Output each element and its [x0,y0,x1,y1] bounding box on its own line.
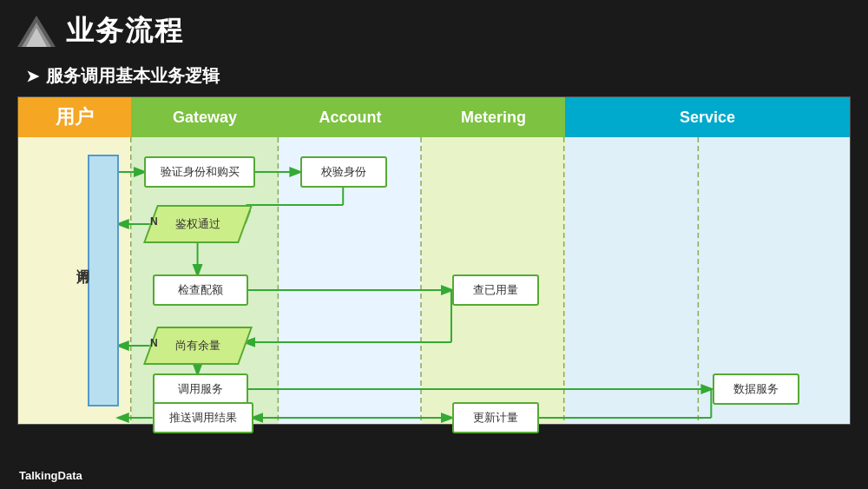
flow-area: 调用 验证身份和购买 校验身份 鉴权通过 N 检查配额 查已用量 尚有余量 N … [18,137,850,424]
invoke-label: 调用 [75,259,91,262]
box-check-quota: 检查配额 [153,274,248,306]
col-header-service: Service [565,97,850,137]
header: 业务流程 [0,0,868,59]
arrow-icon: ➤ [26,67,39,86]
box-push-result: 推送调用结果 [153,402,253,433]
box-data-service: 数据服务 [713,373,799,405]
col-header-gateway: Gateway [131,97,279,137]
subtitle-row: ➤ 服务调用基本业务逻辑 [0,59,868,96]
n-label-1: N [150,215,158,228]
col-header-account: Account [279,97,422,137]
col-header-user: 用户 [18,97,131,137]
box-call-service: 调用服务 [153,373,248,405]
logo-icon [17,16,56,47]
subtitle-text: 服务调用基本业务逻辑 [46,64,220,88]
diagram-container: 用户 Gateway Account Metering Service 调用 验… [17,96,851,425]
box-check-usage: 查已用量 [452,274,539,306]
diamond-quota-ok: 尚有余量 [143,327,253,365]
caller-bar [88,155,119,406]
diamond-quota-label: 尚有余量 [175,338,220,354]
diamond-auth-label: 鉴权通过 [175,216,220,232]
footer-brand: TalkingData [19,469,82,482]
n-label-2: N [150,337,158,349]
page-title: 业务流程 [66,12,184,50]
diamond-auth-pass: 鉴权通过 [143,205,253,243]
box-verify-identity: 验证身份和购买 [144,156,255,188]
box-check-identity: 校验身份 [300,156,387,188]
col-header-metering: Metering [422,97,565,137]
box-update-metering: 更新计量 [452,402,539,433]
column-headers: 用户 Gateway Account Metering Service [18,97,850,137]
